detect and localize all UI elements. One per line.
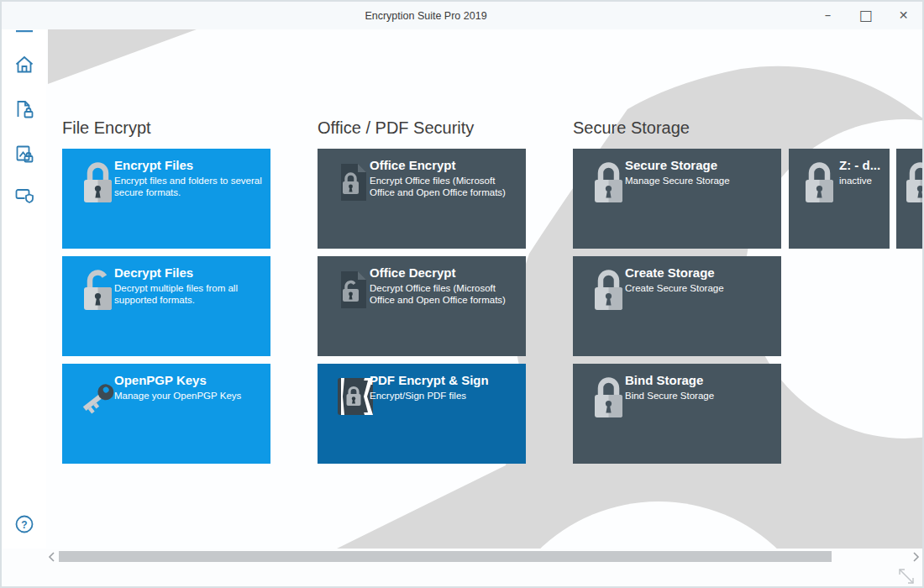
tile-status: inactive	[839, 175, 886, 186]
lock-open-icon	[79, 268, 118, 312]
bottom-bar	[2, 549, 922, 588]
close-button[interactable]: ✕	[885, 2, 922, 29]
file-encrypt-icon[interactable]	[14, 99, 34, 119]
tile-office-encrypt[interactable]: Office Encrypt Encrypt Office files (Mic…	[318, 149, 526, 249]
pdf-encrypt-icon[interactable]	[14, 144, 34, 164]
tile-title: Create Storage	[625, 265, 715, 280]
tile-title: PDF Encrypt & Sign	[370, 373, 489, 387]
tile-description: Encrypt files and folders to several sec…	[114, 175, 267, 199]
document-unlock-icon	[334, 268, 373, 312]
secure-storage-icon[interactable]	[14, 185, 34, 205]
app-window: Encryption Suite Pro 2019 – □ ✕	[0, 0, 924, 588]
lock-closed-icon	[79, 160, 118, 204]
titlebar: Encryption Suite Pro 2019 – □ ✕	[2, 2, 922, 29]
lock-closed-icon	[590, 268, 628, 312]
lock-closed-icon	[901, 160, 924, 204]
tile-create-storage[interactable]: Create Storage Create Secure Storage	[573, 256, 781, 356]
tile-description: Create Secure Storage	[625, 282, 778, 294]
tile-title: Decrypt Files	[114, 265, 193, 280]
key-icon	[79, 375, 119, 419]
tile-title: Office Decrypt	[370, 265, 456, 280]
document-lock-icon	[334, 160, 373, 204]
lock-closed-icon	[590, 375, 628, 419]
tile-bind-storage[interactable]: Bind Storage Bind Secure Storage	[573, 364, 781, 464]
scrollbar-right-arrow[interactable]	[911, 551, 921, 563]
lock-closed-icon	[801, 160, 839, 204]
tile-drive-partial[interactable]	[896, 149, 924, 249]
minimize-button[interactable]: –	[809, 2, 847, 29]
tile-pdf-encrypt-sign[interactable]: PDF Encrypt & Sign Encrypt/Sign PDF file…	[318, 364, 526, 464]
tile-encrypt-files[interactable]: Encrypt Files Encrypt files and folders …	[62, 149, 270, 249]
tile-description: Decrypt Office files (Microsoft Office a…	[370, 282, 522, 307]
tile-title: Secure Storage	[625, 158, 717, 172]
tile-title: Encrypt Files	[114, 158, 193, 172]
section-title-office-pdf: Office / PDF Security	[318, 118, 474, 138]
svg-text:?: ?	[21, 519, 27, 531]
lock-closed-icon	[590, 160, 628, 204]
tile-description: Decrypt multiple files from all supporte…	[114, 282, 267, 307]
section-title-secure-storage: Secure Storage	[573, 118, 690, 138]
tile-office-decrypt[interactable]: Office Decrypt Decrypt Office files (Mic…	[318, 256, 526, 356]
tile-description: Encrypt/Sign PDF files	[370, 390, 522, 402]
tile-description: Manage your OpenPGP Keys	[114, 390, 267, 402]
tile-description: Encrypt Office files (Microsoft Office a…	[370, 175, 522, 199]
sidebar: ?	[2, 2, 46, 588]
tile-title: Office Encrypt	[370, 158, 456, 172]
help-icon[interactable]: ?	[14, 514, 34, 534]
tile-secure-storage[interactable]: Secure Storage Manage Secure Storage	[573, 149, 781, 249]
home-icon[interactable]	[14, 55, 34, 75]
window-title: Encryption Suite Pro 2019	[365, 10, 486, 22]
resize-grip-icon[interactable]	[895, 565, 917, 587]
tile-decrypt-files[interactable]: Decrypt Files Decrypt multiple files fro…	[62, 256, 270, 356]
tile-openpgp-keys[interactable]: OpenPGP Keys Manage your OpenPGP Keys	[62, 364, 270, 464]
tile-description: Bind Secure Storage	[625, 390, 778, 402]
tile-description: Manage Secure Storage	[625, 175, 778, 186]
tile-drive-z[interactable]: Z: - d... inactive	[789, 149, 890, 249]
window-controls: – □ ✕	[809, 2, 922, 29]
pdf-lock-icon	[334, 375, 375, 417]
maximize-button[interactable]: □	[847, 2, 885, 29]
horizontal-scrollbar-thumb[interactable]	[59, 551, 832, 562]
tile-title: Bind Storage	[625, 373, 703, 387]
tile-title: Z: - d...	[839, 158, 880, 172]
tile-title: OpenPGP Keys	[114, 373, 207, 387]
section-title-file-encrypt: File Encrypt	[62, 118, 151, 138]
scrollbar-left-arrow[interactable]	[47, 551, 57, 563]
